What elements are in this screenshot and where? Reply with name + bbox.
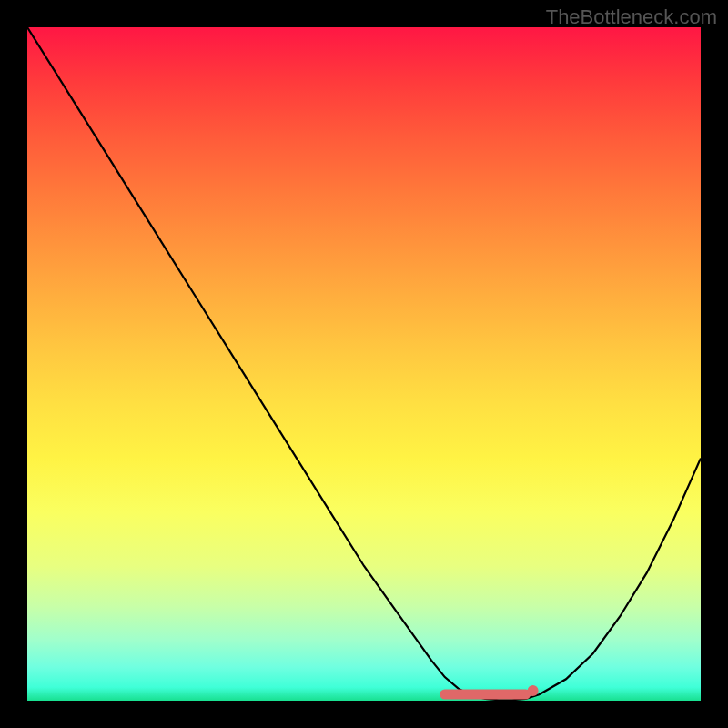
optimal-point-marker (528, 685, 539, 696)
chart-container: TheBottleneck.com (0, 0, 728, 728)
curve-svg (27, 27, 701, 701)
bottleneck-curve-path (27, 27, 701, 700)
plot-area (27, 27, 701, 701)
watermark-text: TheBottleneck.com (546, 5, 717, 29)
